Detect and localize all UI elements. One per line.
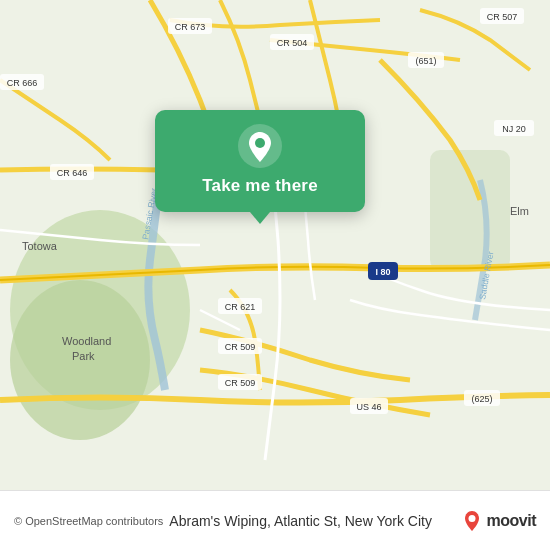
moovit-pin-icon bbox=[461, 510, 483, 532]
take-me-there-button[interactable]: Take me there bbox=[202, 176, 318, 196]
location-label: Abram's Wiping, Atlantic St, New York Ci… bbox=[169, 513, 460, 529]
svg-text:NJ 20: NJ 20 bbox=[502, 124, 526, 134]
svg-text:CR 621: CR 621 bbox=[225, 302, 256, 312]
svg-text:(625): (625) bbox=[471, 394, 492, 404]
map-view: CR 673 CR 507 CR 666 CR 504 (651) NJ 20 … bbox=[0, 0, 550, 490]
moovit-logo: moovit bbox=[461, 510, 536, 532]
svg-text:CR 509: CR 509 bbox=[225, 378, 256, 388]
svg-text:CR 507: CR 507 bbox=[487, 12, 518, 22]
svg-text:I 80: I 80 bbox=[375, 267, 390, 277]
svg-text:US 46: US 46 bbox=[356, 402, 381, 412]
svg-text:CR 504: CR 504 bbox=[277, 38, 308, 48]
map-svg: CR 673 CR 507 CR 666 CR 504 (651) NJ 20 … bbox=[0, 0, 550, 490]
svg-text:Totowa: Totowa bbox=[22, 240, 58, 252]
moovit-label: moovit bbox=[487, 512, 536, 530]
copyright-text: © OpenStreetMap contributors bbox=[14, 515, 163, 527]
location-popup: Take me there bbox=[155, 110, 365, 212]
svg-text:CR 646: CR 646 bbox=[57, 168, 88, 178]
svg-text:(651): (651) bbox=[415, 56, 436, 66]
svg-point-37 bbox=[255, 138, 265, 148]
svg-text:Park: Park bbox=[72, 350, 95, 362]
location-pin-icon bbox=[238, 124, 282, 168]
svg-text:Elm: Elm bbox=[510, 205, 529, 217]
svg-text:CR 673: CR 673 bbox=[175, 22, 206, 32]
svg-text:CR 509: CR 509 bbox=[225, 342, 256, 352]
svg-rect-3 bbox=[430, 150, 510, 270]
svg-text:Woodland: Woodland bbox=[62, 335, 111, 347]
svg-point-38 bbox=[468, 515, 475, 522]
bottom-info-bar: © OpenStreetMap contributors Abram's Wip… bbox=[0, 490, 550, 550]
svg-text:CR 666: CR 666 bbox=[7, 78, 38, 88]
